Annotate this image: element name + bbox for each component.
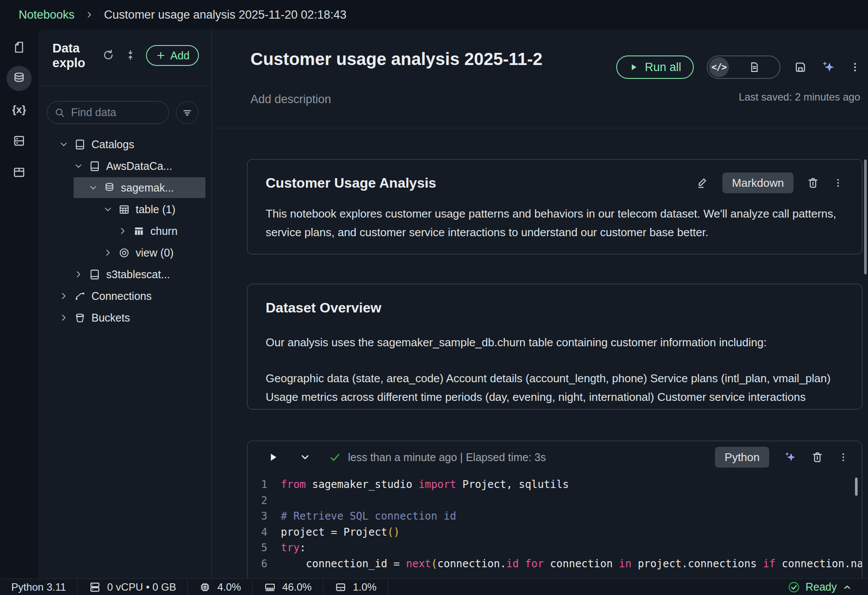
cell-menu-button[interactable] (832, 177, 844, 189)
tree-item-table-1[interactable]: table (1) (38, 198, 211, 220)
compute-label: 0 vCPU • 0 GB (107, 581, 176, 593)
memory-label: 46.0% (282, 581, 312, 593)
code-text: connection_id = next(connection.id for c… (281, 558, 862, 570)
content-area: Data explo Add (38, 29, 868, 579)
code-line[interactable]: 1from sagemaker_studio import Project, s… (247, 477, 862, 493)
kernel-status[interactable]: Python 3.11 (0, 579, 78, 595)
data-explorer-panel: Data explo Add (38, 29, 212, 579)
chevron-down-icon[interactable] (103, 205, 113, 214)
collapse-panel-button[interactable] (124, 49, 137, 62)
storage-box-icon (12, 165, 26, 179)
cpu-status[interactable]: 4.0% (188, 579, 253, 595)
chevron-down-icon[interactable] (59, 140, 68, 149)
notebook-menu-button[interactable] (849, 61, 861, 73)
add-data-button[interactable]: Add (146, 45, 199, 66)
tree-item-label: s3tablescat... (106, 268, 170, 281)
save-button[interactable] (793, 60, 807, 74)
tree-item-connections[interactable]: Connections (38, 285, 211, 307)
tree-item-label: table (1) (136, 203, 176, 216)
cell-type-badge[interactable]: Markdown (722, 172, 793, 193)
markdown-cell-1[interactable]: Customer Usage Analysis Markdown (247, 159, 862, 254)
tree-item-catalogs[interactable]: Catalogs (38, 133, 211, 155)
chevron-right-icon[interactable] (103, 248, 113, 257)
cell-paragraph-2: Geographic data (state, area_code) Accou… (266, 369, 844, 406)
cpu-label: 4.0% (217, 581, 241, 593)
rail-panels-button[interactable] (7, 128, 32, 153)
tree-item-churn[interactable]: churn (38, 220, 211, 242)
breadcrumb-chevron-icon (85, 10, 94, 19)
tree-item-label: Catalogs (91, 138, 134, 151)
add-description-field[interactable]: Add description (250, 93, 331, 106)
notebook-title: Customer usage analysis 2025-11-2 (250, 49, 606, 69)
tree-item-awsdataca[interactable]: AwsDataCa... (38, 155, 211, 177)
cell-menu-button[interactable] (838, 452, 849, 463)
kebab-menu-icon (832, 177, 844, 189)
disk-status[interactable]: 1.0% (323, 579, 388, 595)
refresh-button[interactable] (102, 49, 115, 63)
notebook-scrollbar-thumb[interactable] (864, 159, 867, 274)
catalog-icon (89, 160, 101, 172)
line-number: 3 (247, 510, 267, 522)
data-tree: CatalogsAwsDataCa...sagemak...table (1)c… (38, 133, 211, 328)
success-check-icon (329, 451, 341, 463)
variables-icon: {x} (12, 104, 26, 116)
code-line[interactable]: 3# Retrieve SQL connection id (247, 508, 862, 524)
line-number: 1 (247, 478, 267, 491)
status-bar: Python 3.11 0 vCPU • 0 GB 4.0% 46.0% 1.0… (0, 579, 868, 595)
search-icon (54, 107, 65, 118)
chevron-right-icon[interactable] (59, 313, 68, 322)
doc-view-toggle[interactable] (729, 61, 780, 73)
server-icon (89, 581, 101, 593)
code-line[interactable]: 2 (247, 493, 862, 509)
collapse-vertical-icon (124, 49, 137, 61)
bucket-icon (74, 312, 86, 324)
edit-cell-button[interactable] (696, 176, 709, 189)
markdown-cell-2[interactable]: Dataset Overview Our analysis uses the s… (247, 284, 862, 410)
code-line[interactable]: 6 connection_id = next(connection.id for… (247, 556, 862, 572)
memory-icon (264, 581, 276, 593)
code-line[interactable]: 4project = Project() (247, 524, 862, 540)
breadcrumb-notebooks-link[interactable]: Notebooks (19, 8, 75, 22)
database-icon (104, 182, 115, 194)
code-line[interactable]: 5try: (247, 540, 862, 556)
cell-language-badge[interactable]: Python (715, 447, 769, 468)
collapse-cell-button[interactable] (299, 452, 311, 463)
code-doc-toggle: </> (707, 55, 780, 79)
chevron-down-icon[interactable] (88, 183, 98, 192)
chevron-down-icon[interactable] (74, 161, 83, 171)
code-cell[interactable]: less than a minute ago | Elapsed time: 3… (247, 441, 862, 579)
search-input[interactable] (71, 106, 153, 119)
rail-files-button[interactable] (7, 35, 32, 60)
rail-data-button[interactable] (7, 66, 32, 91)
trash-icon (811, 451, 824, 464)
chevron-right-icon[interactable] (74, 270, 83, 279)
kernel-ready-indicator[interactable]: Ready (787, 581, 852, 594)
plus-icon (156, 50, 166, 61)
delete-cell-button[interactable] (806, 176, 819, 189)
memory-status[interactable]: 46.0% (253, 579, 323, 595)
run-all-button[interactable]: Run all (616, 55, 694, 79)
filter-button[interactable] (176, 101, 198, 124)
find-data-search[interactable] (47, 101, 169, 124)
code-text: project = Project() (281, 526, 400, 538)
columns-icon (133, 225, 145, 237)
tree-item-s3tablescat[interactable]: s3tablescat... (38, 263, 211, 285)
code-view-toggle[interactable]: </> (709, 57, 729, 77)
cell-heading: Dataset Overview (266, 300, 844, 316)
delete-cell-button[interactable] (811, 451, 824, 464)
code-scrollbar-thumb[interactable] (855, 478, 858, 496)
chevron-right-icon[interactable] (59, 291, 68, 301)
run-cell-button[interactable] (267, 452, 279, 463)
tree-item-sagemak[interactable]: sagemak... (38, 177, 211, 198)
chevron-right-icon[interactable] (118, 226, 127, 236)
code-editor[interactable]: 1from sagemaker_studio import Project, s… (247, 473, 862, 572)
compute-status[interactable]: 0 vCPU • 0 GB (78, 579, 188, 595)
tree-item-view-0[interactable]: view (0) (38, 242, 211, 263)
ai-assistant-button[interactable] (783, 450, 797, 464)
rail-storage-button[interactable] (7, 159, 32, 185)
run-all-label: Run all (645, 61, 681, 74)
ai-assistant-button[interactable] (820, 59, 836, 75)
rail-variables-button[interactable]: {x} (7, 97, 32, 122)
tree-item-buckets[interactable]: Buckets (38, 307, 211, 328)
add-button-label: Add (170, 49, 189, 62)
